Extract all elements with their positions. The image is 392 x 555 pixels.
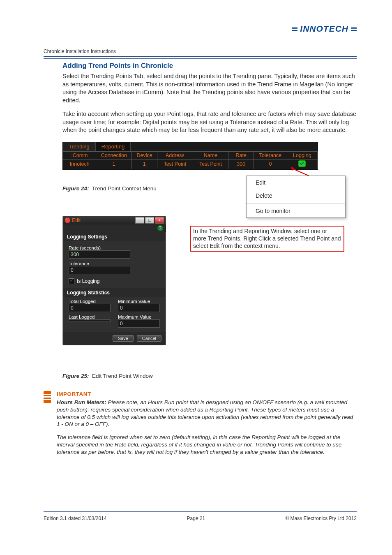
dialog-title: 🔴 Edit — [65, 217, 81, 223]
minimize-button[interactable]: – — [135, 217, 144, 224]
table-row[interactable]: Innotech 1 1 Test Point Test Point 300 0 — [63, 159, 318, 169]
cell-icomm: Innotech — [63, 159, 96, 169]
close-button[interactable]: x — [155, 217, 164, 224]
checkbox-icon: ✔ — [69, 278, 74, 284]
cell-name: Test Point — [193, 159, 228, 169]
tab-trending[interactable]: Trending — [63, 142, 96, 151]
cell-tolerance: 0 — [254, 159, 287, 169]
col-device[interactable]: Device — [132, 151, 157, 159]
col-tolerance[interactable]: Tolerance — [254, 151, 287, 159]
save-button[interactable]: Save — [113, 335, 134, 342]
cell-connection: 1 — [96, 159, 132, 169]
context-menu: Edit Delete Go to monitor — [246, 176, 346, 218]
para-1: Select the Trending Points Tab, select a… — [62, 72, 357, 104]
col-address[interactable]: Address — [157, 151, 193, 159]
tab-reporting[interactable]: Reporting — [96, 142, 131, 151]
logging-statistics-header: Logging Statistics — [63, 288, 166, 297]
section-heading: Adding Trend Points in Chronicle — [62, 62, 357, 70]
running-header: Chronicle Installation Instructions — [44, 49, 357, 54]
col-logging[interactable]: Logging — [287, 151, 317, 159]
col-name[interactable]: Name — [193, 151, 228, 159]
header-rule-1 — [44, 56, 357, 57]
footer-center: Page 21 — [187, 516, 205, 521]
trend-grid: iComm Connection Device Address Name Rat… — [63, 151, 318, 169]
footer-rule — [44, 511, 357, 512]
cancel-button[interactable]: Cancel — [137, 335, 161, 342]
cell-device: 1 — [132, 159, 157, 169]
brand-logo: INNOTECH — [292, 24, 357, 34]
ctx-delete[interactable]: Delete — [247, 189, 345, 202]
important-icon — [44, 391, 51, 403]
header-rule-2 — [44, 58, 357, 59]
check-icon — [298, 160, 306, 167]
logging-settings-header: Logging Settings — [63, 232, 166, 241]
cell-logging — [287, 159, 317, 169]
instruction-callout: In the Trending and Reporting Window, se… — [190, 226, 344, 252]
ctx-edit[interactable]: Edit — [247, 176, 345, 189]
important-title: IMPORTANT — [57, 391, 357, 397]
trending-panel: Trending Reporting iComm Connection Devi… — [62, 142, 318, 170]
ctx-separator — [247, 203, 345, 204]
col-connection[interactable]: Connection — [96, 151, 132, 159]
important-para-1: Hours Run Meters: Please note, an Hours … — [57, 399, 357, 428]
col-icomm[interactable]: iComm — [63, 151, 96, 159]
rate-input[interactable]: 300 — [69, 250, 130, 259]
tolerance-label: Tolerance — [69, 261, 160, 266]
important-para-2: The tolerance field is ignored when set … — [57, 434, 357, 456]
para-2: Take into account when setting up your P… — [62, 110, 357, 134]
max-value: 0 — [118, 319, 160, 328]
figure-24-caption: Figure 24: Trend Point Context Menu — [62, 185, 157, 192]
footer-right: © Mass Electronics Pty Ltd 2012 — [285, 516, 357, 521]
min-value-label: Minimum Value — [118, 299, 160, 304]
tolerance-input[interactable]: 0 — [69, 266, 130, 274]
total-logged-label: Total Logged — [69, 299, 111, 304]
is-logging-checkbox[interactable]: ✔ Is Logging — [69, 278, 160, 284]
figure-25-caption: Figure 25: Edit Trend Point Window — [62, 373, 153, 379]
ctx-goto-monitor[interactable]: Go to monitor — [247, 204, 345, 217]
min-value: 0 — [118, 304, 160, 312]
rate-label: Rate (seconds) — [69, 245, 160, 250]
brand-word: INNOTECH — [300, 24, 348, 34]
maximize-button[interactable]: ▢ — [145, 217, 154, 224]
last-logged-label: Last Logged — [69, 314, 111, 319]
max-value-label: Maximum Value — [118, 314, 160, 319]
edit-dialog: 🔴 Edit – ▢ x ? Logging Settings Rate (se… — [62, 216, 166, 345]
help-icon[interactable]: ? — [157, 225, 163, 231]
cell-rate: 300 — [228, 159, 254, 169]
col-rate[interactable]: Rate — [228, 151, 254, 159]
footer-left: Edition 3.1 dated 31/03/2014 — [44, 516, 106, 521]
cell-address: Test Point — [157, 159, 193, 169]
last-logged-value — [69, 319, 111, 322]
total-logged-value: 0 — [69, 304, 111, 312]
